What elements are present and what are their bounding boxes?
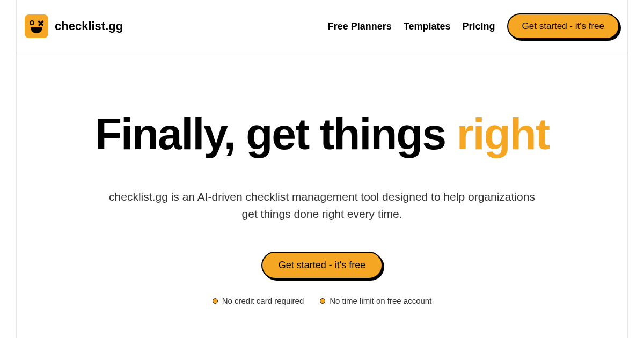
hero-cta-wrap: Get started - it's free: [17, 252, 627, 279]
benefit-item: No credit card required: [213, 296, 304, 305]
hero-title-main: Finally, get things: [95, 109, 457, 158]
benefit-item: No time limit on free account: [320, 296, 431, 305]
nav-link-templates[interactable]: Templates: [404, 21, 451, 32]
header: checklist.gg Free Planners Templates Pri…: [17, 0, 627, 53]
logo-icon: [25, 14, 48, 38]
benefit-text: No time limit on free account: [330, 296, 431, 305]
header-cta-button[interactable]: Get started - it's free: [507, 13, 619, 39]
main-nav: Free Planners Templates Pricing Get star…: [328, 13, 619, 39]
hero-title: Finally, get things right: [17, 112, 627, 156]
logo[interactable]: checklist.gg: [25, 14, 123, 38]
nav-link-pricing[interactable]: Pricing: [463, 21, 495, 32]
hero-section: Finally, get things right checklist.gg i…: [17, 53, 627, 305]
hero-subtitle: checklist.gg is an AI-driven checklist m…: [17, 188, 627, 222]
hero-cta-button[interactable]: Get started - it's free: [261, 252, 383, 279]
benefits-list: No credit card required No time limit on…: [17, 296, 627, 305]
bullet-icon: [320, 298, 325, 304]
hero-subtitle-line2: get things done right every time.: [242, 208, 402, 220]
bullet-icon: [213, 298, 218, 304]
hero-subtitle-line1: checklist.gg is an AI-driven checklist m…: [109, 190, 535, 203]
benefit-text: No credit card required: [222, 296, 304, 305]
brand-name: checklist.gg: [55, 19, 123, 33]
hero-title-accent: right: [457, 109, 549, 158]
nav-link-free-planners[interactable]: Free Planners: [328, 21, 392, 32]
